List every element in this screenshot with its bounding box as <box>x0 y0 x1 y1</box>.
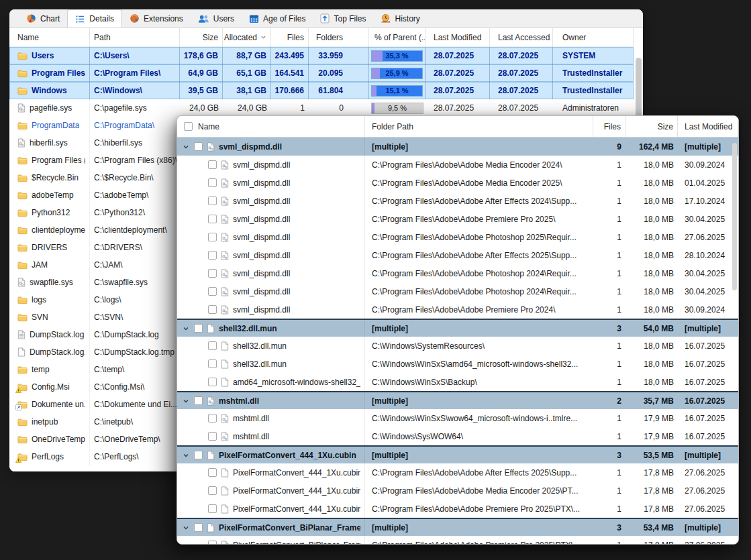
file-name: Windows <box>32 86 67 95</box>
duplicate-file-pixelformatconvert-biplanar-frame-c[interactable]: PixelFormatConvert_BiPlanar_Frame.c... C… <box>177 536 738 544</box>
chevron-down-icon[interactable] <box>181 524 190 531</box>
checkbox[interactable] <box>208 414 217 423</box>
checkbox[interactable] <box>208 378 217 386</box>
last-modified-value: 16.07.2025 <box>678 337 738 355</box>
details-row-users[interactable]: Users C:\Users\ 178,6 GB 88,7 GB 243.495… <box>9 47 634 64</box>
checkbox[interactable] <box>194 396 203 405</box>
column-header-files[interactable]: Files <box>271 28 309 46</box>
checkbox[interactable] <box>208 486 217 495</box>
checkbox[interactable] <box>208 541 217 544</box>
column-header-pct-of-parent[interactable]: % of Parent (... <box>369 28 425 46</box>
tab-top-files[interactable]: Top Files <box>313 9 373 27</box>
duplicate-file-svml-dispmd-dll[interactable]: svml_dispmd.dll C:\Program Files\Adobe\A… <box>177 156 738 174</box>
tab-history[interactable]: History <box>373 9 427 27</box>
file-name: JAM <box>32 260 48 270</box>
checkbox[interactable] <box>194 523 203 532</box>
column-header-path[interactable]: Path <box>90 28 180 46</box>
checkbox[interactable] <box>208 251 217 260</box>
chevron-down-icon[interactable] <box>181 452 190 459</box>
checkbox[interactable] <box>194 142 203 151</box>
duplicate-file-pixelformatconvert-444-1xu-cubin[interactable]: PixelFormatConvert_444_1Xu.cubin C:\Prog… <box>177 500 738 518</box>
file-path: C:\swapfile.sys <box>90 274 180 291</box>
duplicate-file-amd64-microsoft-windows-shell32-3[interactable]: amd64_microsoft-windows-shell32_3... C:\… <box>177 373 738 391</box>
files-count: 1 <box>593 246 625 264</box>
checkbox[interactable] <box>208 359 217 368</box>
dll-file-icon <box>207 142 215 152</box>
files-count: 1 <box>593 282 625 300</box>
tab-chart[interactable]: Chart <box>19 9 67 27</box>
checkbox[interactable] <box>208 341 217 350</box>
duplicate-file-svml-dispmd-dll[interactable]: svml_dispmd.dll C:\Program Files\Adobe\A… <box>177 174 738 192</box>
column-header-size[interactable]: Size <box>180 28 223 46</box>
duplicate-file-pixelformatconvert-444-1xu-cubin[interactable]: PixelFormatConvert_444_1Xu.cubin C:\Prog… <box>177 482 738 500</box>
column-header-size[interactable]: Size <box>625 116 678 137</box>
files-count: 1 <box>593 409 625 427</box>
files-count: 1 <box>593 536 625 544</box>
column-header-files[interactable]: Files <box>593 116 625 137</box>
checkbox[interactable] <box>208 160 217 169</box>
checkbox[interactable] <box>208 197 217 205</box>
percent-of-parent-value: 35,3 % <box>385 52 408 60</box>
dll-file-icon <box>221 251 229 260</box>
column-header-folder-path[interactable]: Folder Path <box>365 116 593 137</box>
duplicate-file-mshtml-dll[interactable]: mshtml.dll C:\Windows\WinSxS\wow64_micro… <box>177 409 738 427</box>
details-row-windows[interactable]: Windows C:\Windows\ 39,5 GB 38,1 GB 170.… <box>9 82 634 99</box>
allocated-value: 38,1 GB <box>223 82 271 99</box>
tab-users[interactable]: Users <box>191 9 242 27</box>
folder-icon <box>17 313 28 322</box>
tab-label: Extensions <box>144 14 183 23</box>
checkbox[interactable] <box>208 305 217 314</box>
duplicate-file-svml-dispmd-dll[interactable]: svml_dispmd.dll C:\Program Files\Adobe\A… <box>177 300 738 319</box>
select-all-checkbox[interactable] <box>184 122 193 131</box>
checkbox[interactable] <box>194 451 203 459</box>
checkbox[interactable] <box>208 233 217 241</box>
scrollbar-thumb[interactable] <box>732 143 737 290</box>
chevron-down-icon[interactable] <box>181 398 190 404</box>
vertical-scrollbar[interactable] <box>732 143 738 537</box>
duplicate-group-shell32-dll-mun[interactable]: shell32.dll.mun [multiple] 3 54,0 MB [mu… <box>177 319 738 337</box>
duplicate-file-shell32-dll-mun[interactable]: shell32.dll.mun C:\Windows\SystemResourc… <box>177 337 738 355</box>
column-header-last-modified[interactable]: Last Modified <box>678 116 738 137</box>
column-header-name[interactable]: Name <box>9 28 90 46</box>
column-header-allocated[interactable]: Allocated <box>223 28 271 46</box>
duplicate-file-pixelformatconvert-444-1xu-cubin[interactable]: PixelFormatConvert_444_1Xu.cubin C:\Prog… <box>177 463 738 482</box>
checkbox[interactable] <box>208 504 217 513</box>
column-header-folders[interactable]: Folders <box>309 28 369 46</box>
file-name: svml_dispmd.dll <box>233 233 290 242</box>
duplicate-file-svml-dispmd-dll[interactable]: svml_dispmd.dll C:\Program Files\Adobe\A… <box>177 282 738 300</box>
folder-warning-icon <box>17 383 28 392</box>
column-header-owner[interactable]: Owner <box>553 28 634 46</box>
tab-age-of-files[interactable]: Age of Files <box>242 9 313 27</box>
duplicate-file-mshtml-dll[interactable]: mshtml.dll C:\Windows\SysWOW64\ 1 17,9 M… <box>177 427 738 445</box>
duplicate-group-mshtml-dll[interactable]: mshtml.dll [multiple] 2 35,7 MB 16.07.20… <box>177 391 738 409</box>
details-row-pagefile-sys[interactable]: pagefile.sys C:\pagefile.sys 24,0 GB 24,… <box>9 99 634 117</box>
chevron-down-icon[interactable] <box>181 325 190 332</box>
chevron-down-icon[interactable] <box>181 144 190 150</box>
checkbox[interactable] <box>208 178 217 187</box>
file-path: C:\OneDriveTemp\ <box>90 431 180 448</box>
column-header-last-modified[interactable]: Last Modified <box>425 28 490 46</box>
files-count: 1 <box>271 99 309 117</box>
checkbox[interactable] <box>194 324 203 333</box>
duplicate-group-pixelformatconvert-biplanar-frame-c[interactable]: PixelFormatConvert_BiPlanar_Frame.c... [… <box>177 518 738 536</box>
duplicate-file-svml-dispmd-dll[interactable]: svml_dispmd.dll C:\Program Files\Adobe\A… <box>177 210 738 228</box>
details-row-program-files[interactable]: Program Files C:\Program Files\ 64,9 GB … <box>9 64 634 82</box>
duplicate-file-svml-dispmd-dll[interactable]: svml_dispmd.dll C:\Program Files\Adobe\A… <box>177 228 738 246</box>
file-path: C:\Windows\ <box>90 82 180 99</box>
column-header-name[interactable]: Name <box>177 116 365 137</box>
duplicate-file-shell32-dll-mun[interactable]: shell32.dll.mun C:\Windows\WinSxS\amd64_… <box>177 355 738 373</box>
duplicate-group-svml-dispmd-dll[interactable]: svml_dispmd.dll [multiple] 9 162,4 MB [m… <box>177 137 738 156</box>
duplicate-file-svml-dispmd-dll[interactable]: svml_dispmd.dll C:\Program Files\Adobe\A… <box>177 264 738 282</box>
duplicate-file-svml-dispmd-dll[interactable]: svml_dispmd.dll C:\Program Files\Adobe\A… <box>177 192 738 210</box>
checkbox[interactable] <box>208 269 217 278</box>
checkbox[interactable] <box>208 287 217 296</box>
tab-details[interactable]: Details <box>67 9 122 27</box>
duplicate-group-pixelformatconvert-444-1xu-cubin[interactable]: PixelFormatConvert_444_1Xu.cubin [multip… <box>177 445 738 463</box>
tab-extensions[interactable]: Extensions <box>122 9 191 27</box>
checkbox[interactable] <box>208 432 217 441</box>
duplicate-file-svml-dispmd-dll[interactable]: svml_dispmd.dll C:\Program Files\Adobe\A… <box>177 246 738 264</box>
checkbox[interactable] <box>208 468 217 477</box>
file-name: svml_dispmd.dll <box>233 160 290 170</box>
column-header-last-accessed[interactable]: Last Accessed <box>490 28 553 46</box>
checkbox[interactable] <box>208 215 217 223</box>
